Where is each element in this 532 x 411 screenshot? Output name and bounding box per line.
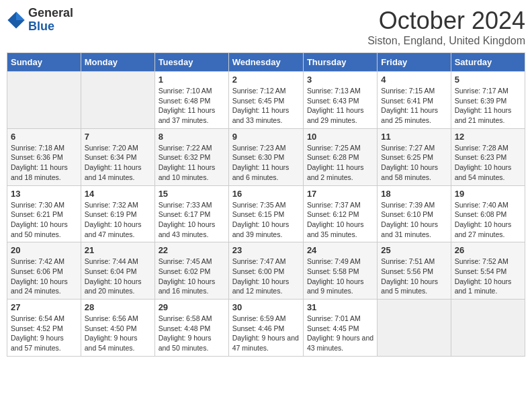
day-cell: 30Sunrise: 6:59 AM Sunset: 4:46 PM Dayli… — [228, 300, 303, 357]
week-row-3: 20Sunrise: 7:42 AM Sunset: 6:06 PM Dayli… — [7, 242, 525, 300]
day-cell — [7, 72, 81, 129]
day-cell: 17Sunrise: 7:37 AM Sunset: 6:12 PM Dayli… — [303, 185, 377, 242]
day-cell: 6Sunrise: 7:18 AM Sunset: 6:36 PM Daylig… — [7, 128, 81, 185]
day-cell: 20Sunrise: 7:42 AM Sunset: 6:06 PM Dayli… — [7, 242, 81, 300]
day-info: Sunrise: 7:37 AM Sunset: 6:12 PM Dayligh… — [307, 200, 373, 240]
title-section: October 2024 Siston, England, United Kin… — [367, 7, 525, 47]
day-cell: 25Sunrise: 7:51 AM Sunset: 5:56 PM Dayli… — [378, 242, 451, 300]
header-sunday: Sunday — [7, 53, 81, 72]
day-number: 24 — [307, 245, 373, 255]
day-number: 13 — [11, 189, 77, 199]
day-info: Sunrise: 7:27 AM Sunset: 6:25 PM Dayligh… — [381, 143, 447, 183]
logo-general: General — [28, 7, 73, 20]
month-title: October 2024 — [367, 7, 525, 35]
day-cell: 1Sunrise: 7:10 AM Sunset: 6:48 PM Daylig… — [154, 72, 228, 129]
day-number: 7 — [85, 132, 151, 142]
header-thursday: Thursday — [303, 53, 377, 72]
day-cell: 22Sunrise: 7:45 AM Sunset: 6:02 PM Dayli… — [154, 242, 228, 300]
day-number: 5 — [455, 75, 521, 85]
week-row-0: 1Sunrise: 7:10 AM Sunset: 6:48 PM Daylig… — [7, 72, 525, 129]
day-cell: 2Sunrise: 7:12 AM Sunset: 6:45 PM Daylig… — [228, 72, 303, 129]
week-row-4: 27Sunrise: 6:54 AM Sunset: 4:52 PM Dayli… — [7, 300, 525, 357]
day-info: Sunrise: 7:18 AM Sunset: 6:36 PM Dayligh… — [11, 143, 77, 183]
day-number: 28 — [85, 302, 151, 312]
day-cell: 24Sunrise: 7:49 AM Sunset: 5:58 PM Dayli… — [303, 242, 377, 300]
day-cell — [378, 300, 451, 357]
day-info: Sunrise: 7:10 AM Sunset: 6:48 PM Dayligh… — [159, 86, 225, 126]
day-cell: 28Sunrise: 6:56 AM Sunset: 4:50 PM Dayli… — [81, 300, 154, 357]
header-monday: Monday — [81, 53, 154, 72]
day-number: 8 — [159, 132, 225, 142]
day-number: 15 — [159, 189, 225, 199]
day-number: 31 — [307, 302, 373, 312]
day-info: Sunrise: 6:56 AM Sunset: 4:50 PM Dayligh… — [85, 314, 151, 353]
day-number: 26 — [455, 245, 521, 255]
day-cell: 8Sunrise: 7:22 AM Sunset: 6:32 PM Daylig… — [154, 128, 228, 185]
day-info: Sunrise: 7:49 AM Sunset: 5:58 PM Dayligh… — [307, 257, 373, 296]
day-cell: 9Sunrise: 7:23 AM Sunset: 6:30 PM Daylig… — [228, 128, 303, 185]
day-info: Sunrise: 7:39 AM Sunset: 6:10 PM Dayligh… — [381, 200, 447, 240]
day-cell: 27Sunrise: 6:54 AM Sunset: 4:52 PM Dayli… — [7, 300, 81, 357]
day-number: 16 — [232, 189, 300, 199]
calendar-body: 1Sunrise: 7:10 AM Sunset: 6:48 PM Daylig… — [7, 72, 525, 357]
day-cell: 3Sunrise: 7:13 AM Sunset: 6:43 PM Daylig… — [303, 72, 377, 129]
header-friday: Friday — [378, 53, 451, 72]
day-cell: 26Sunrise: 7:52 AM Sunset: 5:54 PM Dayli… — [451, 242, 525, 300]
day-cell: 29Sunrise: 6:58 AM Sunset: 4:48 PM Dayli… — [154, 300, 228, 357]
day-info: Sunrise: 7:12 AM Sunset: 6:45 PM Dayligh… — [232, 86, 300, 126]
day-number: 23 — [232, 245, 300, 255]
day-info: Sunrise: 7:25 AM Sunset: 6:28 PM Dayligh… — [307, 143, 373, 183]
day-number: 3 — [307, 75, 373, 85]
day-number: 25 — [381, 245, 447, 255]
day-number: 21 — [85, 245, 151, 255]
day-info: Sunrise: 7:22 AM Sunset: 6:32 PM Dayligh… — [159, 143, 225, 183]
logo-blue: Blue — [28, 20, 73, 34]
day-number: 18 — [381, 189, 447, 199]
day-number: 1 — [159, 75, 225, 85]
logo-text: General Blue — [28, 7, 73, 34]
day-info: Sunrise: 7:30 AM Sunset: 6:21 PM Dayligh… — [11, 200, 77, 240]
day-info: Sunrise: 7:01 AM Sunset: 4:45 PM Dayligh… — [307, 314, 373, 353]
day-cell: 10Sunrise: 7:25 AM Sunset: 6:28 PM Dayli… — [303, 128, 377, 185]
day-number: 20 — [11, 245, 77, 255]
day-cell: 14Sunrise: 7:32 AM Sunset: 6:19 PM Dayli… — [81, 185, 154, 242]
day-number: 6 — [11, 132, 77, 142]
day-number: 30 — [232, 302, 300, 312]
day-info: Sunrise: 7:13 AM Sunset: 6:43 PM Dayligh… — [307, 86, 373, 126]
day-number: 19 — [455, 189, 521, 199]
day-info: Sunrise: 7:15 AM Sunset: 6:41 PM Dayligh… — [381, 86, 447, 126]
day-cell: 16Sunrise: 7:35 AM Sunset: 6:15 PM Dayli… — [228, 185, 303, 242]
day-number: 22 — [159, 245, 225, 255]
day-cell — [451, 300, 525, 357]
day-number: 12 — [455, 132, 521, 142]
logo: General Blue — [7, 7, 73, 34]
calendar-table: SundayMondayTuesdayWednesdayThursdayFrid… — [7, 52, 525, 357]
header-tuesday: Tuesday — [154, 53, 228, 72]
location: Siston, England, United Kingdom — [367, 35, 525, 47]
svg-marker-1 — [16, 11, 25, 20]
day-cell: 15Sunrise: 7:33 AM Sunset: 6:17 PM Dayli… — [154, 185, 228, 242]
day-number: 29 — [159, 302, 225, 312]
day-info: Sunrise: 6:59 AM Sunset: 4:46 PM Dayligh… — [232, 314, 300, 353]
day-info: Sunrise: 7:51 AM Sunset: 5:56 PM Dayligh… — [381, 257, 447, 296]
day-cell — [81, 72, 154, 129]
day-info: Sunrise: 7:42 AM Sunset: 6:06 PM Dayligh… — [11, 257, 77, 296]
day-cell: 11Sunrise: 7:27 AM Sunset: 6:25 PM Dayli… — [378, 128, 451, 185]
day-cell: 13Sunrise: 7:30 AM Sunset: 6:21 PM Dayli… — [7, 185, 81, 242]
day-info: Sunrise: 7:28 AM Sunset: 6:23 PM Dayligh… — [455, 143, 521, 183]
header-row: SundayMondayTuesdayWednesdayThursdayFrid… — [7, 53, 525, 72]
day-number: 2 — [232, 75, 300, 85]
day-cell: 31Sunrise: 7:01 AM Sunset: 4:45 PM Dayli… — [303, 300, 377, 357]
week-row-2: 13Sunrise: 7:30 AM Sunset: 6:21 PM Dayli… — [7, 185, 525, 242]
day-info: Sunrise: 7:44 AM Sunset: 6:04 PM Dayligh… — [85, 257, 151, 296]
day-number: 4 — [381, 75, 447, 85]
day-cell: 5Sunrise: 7:17 AM Sunset: 6:39 PM Daylig… — [451, 72, 525, 129]
day-info: Sunrise: 7:52 AM Sunset: 5:54 PM Dayligh… — [455, 257, 521, 296]
day-number: 9 — [232, 132, 300, 142]
day-number: 11 — [381, 132, 447, 142]
header-wednesday: Wednesday — [228, 53, 303, 72]
day-info: Sunrise: 7:45 AM Sunset: 6:02 PM Dayligh… — [159, 257, 225, 296]
page-header: General Blue October 2024 Siston, Englan… — [7, 7, 525, 47]
week-row-1: 6Sunrise: 7:18 AM Sunset: 6:36 PM Daylig… — [7, 128, 525, 185]
day-cell: 7Sunrise: 7:20 AM Sunset: 6:34 PM Daylig… — [81, 128, 154, 185]
